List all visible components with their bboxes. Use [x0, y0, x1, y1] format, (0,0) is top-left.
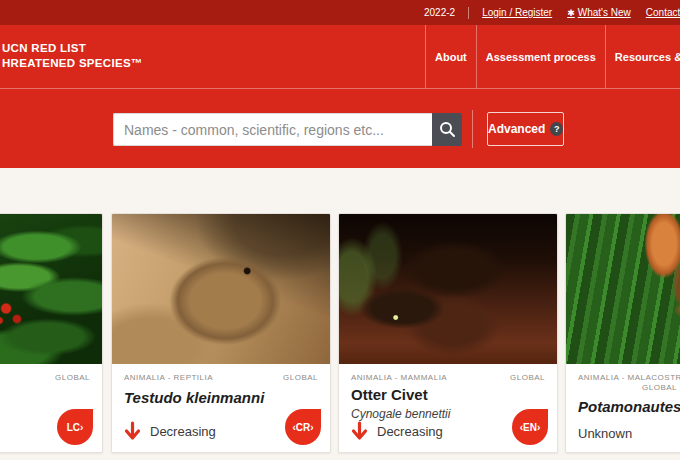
population-trend: Decreasing	[351, 421, 443, 441]
card-info: GLOBAL LC›	[0, 364, 102, 452]
taxonomy-label: ANIMALIA - REPTILIA	[124, 373, 213, 382]
scope-label: GLOBAL	[55, 373, 90, 382]
iucn-logo[interactable]: UCN RED LIST HREATENED SPECIES™	[2, 41, 143, 71]
logo-line2: HREATENED SPECIES™	[2, 56, 143, 71]
search-input[interactable]	[113, 113, 432, 146]
trend-label: Unknown	[578, 426, 632, 441]
topbar-divider	[468, 7, 469, 19]
species-photo-holly	[0, 214, 102, 364]
site-header: UCN RED LIST HREATENED SPECIES™ About As…	[0, 25, 680, 88]
card-info: ANIMALIA - REPTILIA GLOBAL Testudo klein…	[112, 364, 330, 452]
top-utility-bar: 2022-2 Login / Register ✱ What's New Con…	[0, 0, 680, 25]
advanced-label: Advanced	[488, 122, 545, 136]
contact-link[interactable]: Contact	[646, 7, 680, 18]
species-title: Otter Civet	[351, 386, 545, 403]
search-button[interactable]	[432, 113, 462, 146]
population-trend: Unknown	[578, 426, 632, 441]
trend-label: Decreasing	[377, 424, 443, 439]
species-card[interactable]: ANIMALIA - MALACOSTRACA GLOBAL Potamonau…	[565, 213, 680, 453]
category-badge-cr[interactable]: ‹CR›	[285, 409, 321, 445]
nav-item-assessment-process[interactable]: Assessment process	[476, 25, 605, 88]
species-photo-otter-civet	[339, 214, 557, 364]
population-trend: Decreasing	[124, 421, 216, 441]
card-info: ANIMALIA - MAMMALIA GLOBAL Otter Civet C…	[339, 364, 557, 452]
taxonomy-label: ANIMALIA - MALACOSTRACA	[578, 373, 680, 382]
card-info: ANIMALIA - MALACOSTRACA GLOBAL Potamonau…	[566, 364, 680, 452]
login-register-link[interactable]: Login / Register	[482, 7, 552, 18]
species-photo-crab	[566, 214, 680, 364]
species-card[interactable]: ANIMALIA - MAMMALIA GLOBAL Otter Civet C…	[338, 213, 558, 453]
species-photo-tortoise	[112, 214, 330, 364]
advanced-search-button[interactable]: Advanced ?	[487, 112, 564, 146]
category-badge-en[interactable]: ‹EN›	[512, 409, 548, 445]
scope-label: GLOBAL	[510, 373, 545, 382]
search-bar	[113, 113, 462, 146]
species-card[interactable]: GLOBAL LC›	[0, 213, 103, 453]
decreasing-arrow-icon	[351, 421, 368, 441]
asterisk-icon: ✱	[567, 8, 575, 18]
species-card[interactable]: ANIMALIA - REPTILIA GLOBAL Testudo klein…	[111, 213, 331, 453]
search-icon	[439, 121, 456, 138]
top-utility-links: 2022-2 Login / Register ✱ What's New Con…	[424, 0, 680, 25]
whats-new-link[interactable]: ✱ What's New	[567, 7, 631, 18]
main-nav: About Assessment process Resources & Pub…	[425, 25, 680, 88]
scope-label: GLOBAL	[283, 373, 318, 382]
nav-item-resources-publications[interactable]: Resources & Publications	[605, 25, 680, 88]
scope-label: GLOBAL	[642, 383, 677, 392]
category-badge-lc[interactable]: LC›	[57, 409, 93, 445]
search-divider	[472, 110, 473, 148]
search-band: Advanced ?	[0, 88, 680, 168]
species-title: Testudo kleinmanni	[124, 389, 318, 406]
species-title: Potamonautes lividus	[578, 398, 680, 415]
help-icon[interactable]: ?	[550, 122, 563, 136]
decreasing-arrow-icon	[124, 421, 141, 441]
redlist-version[interactable]: 2022-2	[424, 7, 455, 18]
trend-label: Decreasing	[150, 424, 216, 439]
taxonomy-label: ANIMALIA - MAMMALIA	[351, 373, 447, 382]
logo-line1: UCN RED LIST	[2, 41, 143, 56]
nav-item-about[interactable]: About	[425, 25, 476, 88]
